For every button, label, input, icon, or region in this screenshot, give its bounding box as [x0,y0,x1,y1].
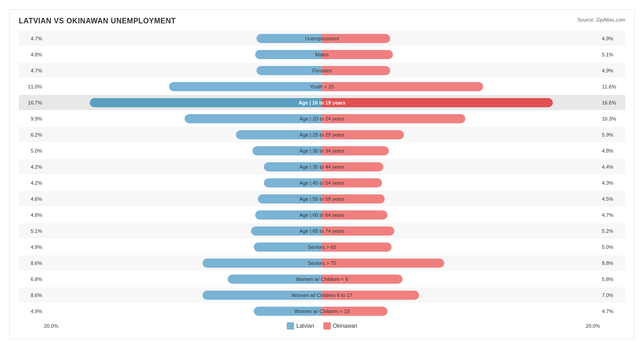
left-value: 4.9% [19,244,44,250]
right-value: 4.7% [600,308,625,314]
chart-row: 8.6%Seniors > 758.8% [19,255,625,270]
chart-row: 16.7%Age | 16 to 19 years16.6% [19,95,625,110]
right-value: 4.3% [600,180,625,186]
legend-latvian-label: Latvian [296,323,314,329]
bar-right [322,291,419,300]
left-value: 4.8% [19,212,44,218]
bars-wrapper: Seniors > 65 [44,239,600,254]
bar-left [255,50,322,59]
legend-latvian-box [287,322,294,330]
right-value: 4.7% [600,212,625,218]
bars-wrapper: Age | 65 to 74 years [44,223,600,238]
left-value: 5.0% [19,148,44,154]
bars-wrapper: Age | 20 to 24 years [44,111,600,126]
chart-row: 5.0%Age | 30 to 34 years4.8% [19,143,625,158]
chart-row: 11.0%Youth < 2511.6% [19,79,625,94]
bar-left [257,66,322,75]
bar-left [236,130,322,139]
bar-left [264,162,322,171]
legend-okinawan-box [323,322,331,330]
bar-left [254,307,322,316]
bar-right [322,307,387,316]
left-value: 9.9% [19,116,44,121]
right-value: 10.3% [600,116,625,121]
bar-right [322,50,393,59]
bars-wrapper: Unemployment [44,31,600,46]
left-value: 11.0% [19,84,44,89]
bar-right [322,34,390,43]
right-value: 4.5% [600,196,625,202]
chart-row: 4.7%Unemployment4.9% [19,31,625,46]
bar-right [322,114,465,123]
left-value: 4.7% [19,68,44,73]
chart-header: LATVIAN VS OKINAWAN UNEMPLOYMENT Source:… [19,17,625,25]
chart-row: 4.9%Seniors > 655.0% [19,239,625,254]
left-value: 4.6% [19,196,44,202]
bars-wrapper: Age | 55 to 59 years [44,191,600,206]
chart-source: Source: ZipAtlas.com [577,17,625,22]
bar-right [322,275,403,284]
bar-left [257,34,322,43]
bars-wrapper: Females [44,63,600,78]
left-value: 4.2% [19,180,44,186]
chart-row: 5.1%Age | 65 to 74 years5.2% [19,223,625,238]
left-value: 16.7% [19,100,44,105]
bar-left [202,259,322,268]
bar-right [322,130,404,139]
bar-right [322,82,483,91]
bar-left [255,210,322,220]
legend-okinawan-label: Okinawan [333,323,357,329]
bars-wrapper: Age | 25 to 29 years [44,127,600,142]
left-value: 4.7% [19,36,44,41]
right-value: 5.0% [600,244,625,250]
bars-wrapper: Age | 30 to 34 years [44,143,600,158]
legend-okinawan: Okinawan [323,322,357,330]
chart-container: LATVIAN VS OKINAWAN UNEMPLOYMENT Source:… [9,9,635,339]
right-value: 5.8% [600,276,625,282]
right-value: 5.1% [600,52,625,57]
legend-latvian: Latvian [287,322,314,330]
chart-row: 6.8%Women w/ Children < 65.8% [19,271,625,286]
bars-wrapper: Women w/ Children < 18 [44,303,600,319]
chart-title: LATVIAN VS OKINAWAN UNEMPLOYMENT [19,17,176,25]
bar-right [322,178,382,187]
right-value: 4.4% [600,164,625,170]
right-value: 7.0% [600,292,625,298]
bars-wrapper: Seniors > 75 [44,255,600,270]
left-value: 6.8% [19,276,44,282]
chart-body: 4.7%Unemployment4.9%4.8%Males5.1%4.7%Fem… [19,31,625,319]
bar-left [258,194,322,204]
chart-row: 4.8%Males5.1% [19,47,625,62]
bar-right [322,162,383,171]
bars-wrapper: Women w/ Children 6 to 17 [44,287,600,303]
axis-left-label: 20.0% [44,323,58,329]
chart-row: 4.2%Age | 35 to 44 years4.4% [19,159,625,174]
bar-right [322,242,392,252]
bar-left [251,226,322,236]
right-value: 8.8% [600,260,625,266]
bar-right [322,226,394,236]
bars-wrapper: Youth < 25 [44,79,600,94]
bar-left [202,291,322,300]
bars-wrapper: Age | 16 to 19 years [44,95,600,110]
chart-row: 4.9%Women w/ Children < 184.7% [19,303,625,319]
right-value: 4.9% [600,36,625,41]
left-value: 4.2% [19,164,44,170]
bars-wrapper: Age | 45 to 54 years [44,175,600,190]
bars-wrapper: Age | 35 to 44 years [44,159,600,174]
chart-row: 9.9%Age | 20 to 24 years10.3% [19,111,625,126]
bar-left [264,178,322,187]
legend: Latvian Okinawan [287,322,357,330]
chart-footer: 20.0% Latvian Okinawan 20.0% [19,322,625,330]
left-value: 4.9% [19,308,44,314]
right-value: 5.9% [600,132,625,138]
right-value: 16.6% [600,100,625,105]
left-value: 8.6% [19,260,44,266]
right-value: 4.9% [600,68,625,73]
bar-left [252,146,322,155]
left-value: 5.1% [19,228,44,234]
left-value: 6.2% [19,132,44,138]
bar-right [322,146,389,155]
bars-wrapper: Women w/ Children < 6 [44,271,600,286]
right-value: 4.8% [600,148,625,154]
